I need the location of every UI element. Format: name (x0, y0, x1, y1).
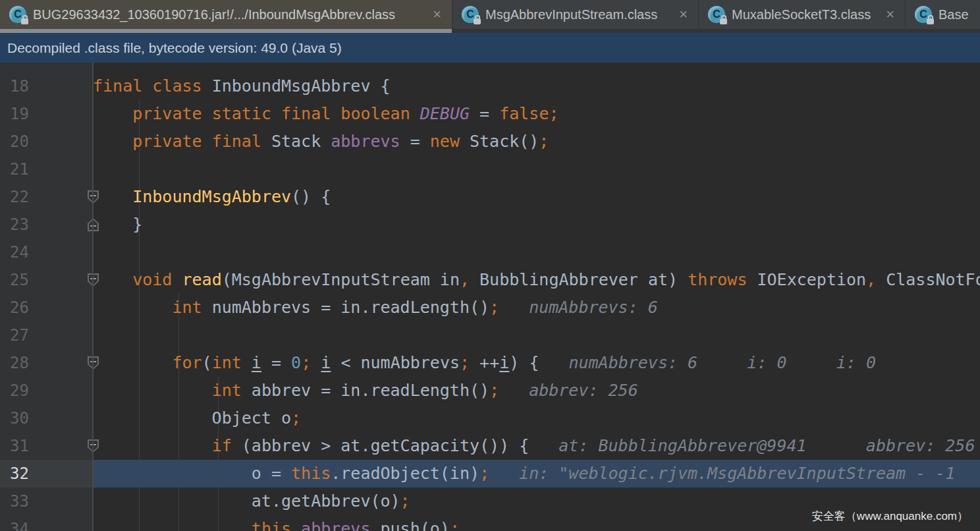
tab-label: Base (939, 7, 969, 22)
code-editor[interactable]: 18final class InboundMsgAbbrev {19 priva… (0, 63, 980, 531)
code-line: 18final class InboundMsgAbbrev { (0, 72, 980, 100)
line-number[interactable]: 29 (0, 377, 93, 405)
debugger-inline-value: at: BubblingAbbrever@9941 abbrev: 256 (558, 436, 975, 455)
debugger-inline-value: in: "weblogic.rjvm.MsgAbbrevInputStream … (519, 464, 955, 483)
ide-window: CBUG29633432_10360190716.jar!/.../Inboun… (0, 0, 980, 63)
line-number[interactable]: 25 (0, 266, 93, 294)
code-text[interactable]: } (93, 211, 980, 238)
tab-label: MuxableSocketT3.class (732, 7, 871, 22)
code-text[interactable]: int numAbbrevs = in.readLength();numAbbr… (93, 294, 980, 321)
line-number[interactable]: 21 (0, 155, 93, 183)
code-line: 23 } (0, 211, 980, 238)
code-line: 24 (0, 238, 980, 266)
line-number[interactable]: 23 (0, 211, 93, 238)
java-class-icon: C (708, 6, 725, 23)
code-line: 22 InboundMsgAbbrev() { (0, 183, 980, 211)
tab-label: MsgAbbrevInputStream.class (485, 7, 657, 22)
line-number[interactable]: 26 (0, 294, 93, 321)
java-class-icon: C (462, 6, 479, 23)
code-line: 19 private static final boolean DEBUG = … (0, 100, 980, 128)
tab-close-icon[interactable]: × (678, 7, 689, 22)
java-class-icon: C (915, 6, 932, 23)
line-number[interactable]: 20 (0, 128, 93, 155)
active-tab-indicator (0, 29, 980, 33)
code-text[interactable]: o = this.readObject(in);in: "weblogic.rj… (93, 460, 980, 488)
java-class-icon: C (9, 6, 26, 23)
code-lines: 18final class InboundMsgAbbrev {19 priva… (0, 63, 980, 531)
line-number[interactable]: 32 (0, 460, 93, 488)
editor-tab[interactable]: CBUG29633432_10360190716.jar!/.../Inboun… (0, 0, 452, 29)
code-text[interactable]: InboundMsgAbbrev() { (93, 183, 980, 211)
code-line: 28 for(int i = 0; i < numAbbrevs; ++i) {… (0, 349, 980, 377)
lock-icon (21, 18, 28, 24)
code-line: 25 void read(MsgAbbrevInputStream in, Bu… (0, 266, 980, 294)
debugger-inline-value: numAbbrevs: 6 (529, 298, 658, 317)
code-text[interactable]: private final Stack abbrevs = new Stack(… (93, 128, 980, 155)
watermark: 安全客（www.anquanke.com） (812, 509, 968, 524)
tab-label: BUG29633432_10360190716.jar!/.../Inbound… (33, 7, 395, 22)
debugger-inline-value: numAbbrevs: 6 i: 0 i: 0 (568, 353, 876, 372)
tab-strip-rest (452, 29, 980, 33)
code-text[interactable] (93, 238, 980, 266)
line-number[interactable]: 24 (0, 238, 93, 266)
line-number[interactable]: 31 (0, 432, 93, 460)
code-text[interactable] (93, 155, 980, 183)
lock-icon (720, 18, 727, 24)
code-text[interactable]: void read(MsgAbbrevInputStream in, Bubbl… (93, 266, 980, 294)
gutter-separator (92, 63, 94, 531)
code-line: 30 Object o; (0, 405, 980, 432)
line-number[interactable]: 30 (0, 405, 93, 432)
code-line: 31 if (abbrev > at.getCapacity()) {at: B… (0, 432, 980, 460)
line-number[interactable]: 19 (0, 100, 93, 128)
decompiled-notice-banner: Decompiled .class file, bytecode version… (0, 33, 980, 63)
editor-tab[interactable]: CBase (905, 0, 980, 29)
line-number[interactable]: 34 (0, 515, 93, 531)
tab-close-icon[interactable]: × (431, 7, 443, 22)
code-text[interactable]: for(int i = 0; i < numAbbrevs; ++i) {num… (93, 349, 980, 377)
code-text[interactable]: private static final boolean DEBUG = fal… (93, 100, 980, 128)
code-line: 29 int abbrev = in.readLength();abbrev: … (0, 377, 980, 405)
code-line: 21 (0, 155, 980, 183)
code-line: 20 private final Stack abbrevs = new Sta… (0, 128, 980, 155)
line-number[interactable]: 18 (0, 72, 93, 100)
debugger-inline-value: abbrev: 256 (529, 381, 638, 400)
code-text[interactable]: final class InboundMsgAbbrev { (93, 72, 980, 100)
line-number[interactable]: 27 (0, 321, 93, 349)
line-number[interactable]: 28 (0, 349, 93, 377)
code-line: 26 int numAbbrevs = in.readLength();numA… (0, 294, 980, 321)
code-text[interactable]: int abbrev = in.readLength();abbrev: 256 (93, 377, 980, 405)
line-number[interactable]: 22 (0, 183, 93, 211)
code-text[interactable]: if (abbrev > at.getCapacity()) {at: Bubb… (93, 432, 980, 460)
active-tab-underline (0, 29, 452, 33)
tab-close-icon[interactable]: × (885, 7, 896, 22)
line-number[interactable]: 33 (0, 488, 93, 515)
lock-icon (474, 18, 481, 24)
code-line: 27 (0, 321, 980, 349)
code-text[interactable]: Object o; (93, 405, 980, 432)
code-text[interactable] (93, 321, 980, 349)
editor-tab-bar: CBUG29633432_10360190716.jar!/.../Inboun… (0, 0, 980, 33)
banner-text: Decompiled .class file, bytecode version… (7, 40, 342, 56)
editor-tab[interactable]: CMsgAbbrevInputStream.class× (452, 0, 698, 29)
code-line-current: 32 o = this.readObject(in);in: "weblogic… (0, 460, 980, 488)
editor-tab[interactable]: CMuxableSocketT3.class× (698, 0, 905, 29)
lock-icon (927, 18, 934, 24)
